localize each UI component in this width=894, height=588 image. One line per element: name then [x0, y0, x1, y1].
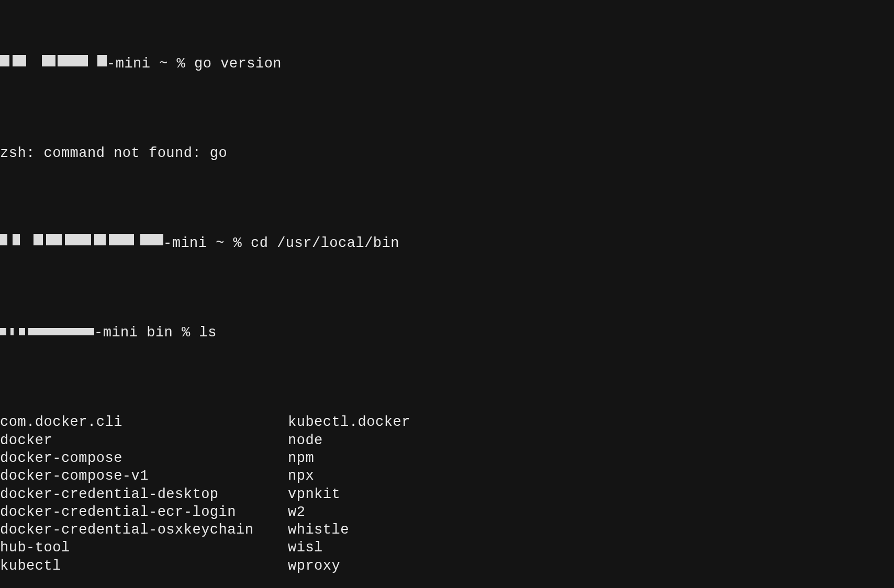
ls-entry: docker-credential-ecr-login: [0, 503, 288, 521]
redacted-user-host: [0, 323, 94, 341]
ls-entry: kubectl: [0, 557, 288, 575]
prompt-line-2: -mini ~ % cd /usr/local/bin: [0, 234, 894, 252]
redacted-user-host: [0, 54, 107, 72]
prompt-line-1: -mini ~ % go version: [0, 55, 894, 73]
ls-entry: vpnkit: [288, 485, 894, 503]
ls-entry: com.docker.cli: [0, 413, 288, 431]
prompt-text: -mini ~ % cd /usr/local/bin: [163, 235, 399, 251]
ls-entry: docker-compose-v1: [0, 467, 288, 485]
ls-entry: docker-credential-osxkeychain: [0, 521, 288, 539]
ls-entry: npm: [288, 449, 894, 467]
ls-entry: docker-compose: [0, 449, 288, 467]
prompt-text: -mini ~ % go version: [107, 56, 282, 72]
ls-entry: wisl: [288, 539, 894, 557]
ls-entry: docker-credential-desktop: [0, 485, 288, 503]
redacted-user-host: [0, 233, 163, 251]
terminal-output[interactable]: -mini ~ % go version zsh: command not fo…: [0, 1, 894, 588]
ls-entry: kubectl.docker: [288, 413, 894, 431]
ls-entry: hub-tool: [0, 539, 288, 557]
ls-entry: w2: [288, 503, 894, 521]
ls-output-1: com.docker.clikubectl.docker dockernode …: [0, 413, 894, 575]
ls-entry: npx: [288, 467, 894, 485]
ls-entry: whistle: [288, 521, 894, 539]
ls-entry: wproxy: [288, 557, 894, 575]
output-error: zsh: command not found: go: [0, 144, 894, 162]
ls-entry: docker: [0, 432, 288, 449]
prompt-text: -mini bin % ls: [94, 325, 217, 341]
ls-entry: node: [288, 432, 894, 449]
prompt-line-3: -mini bin % ls: [0, 324, 894, 342]
